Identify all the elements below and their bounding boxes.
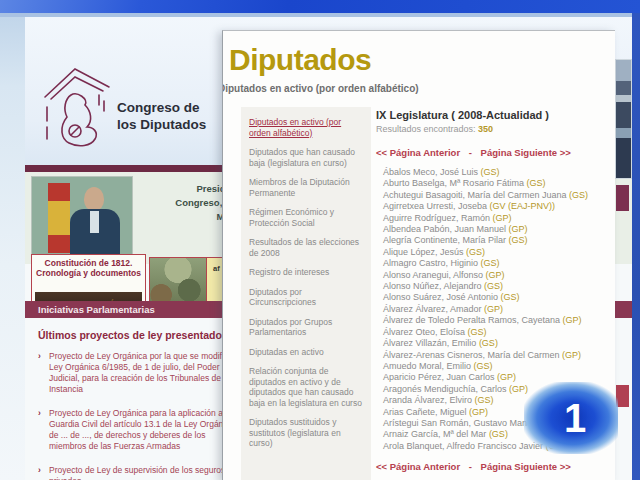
- president-portrait: [84, 187, 104, 211]
- deputy-party-tag: (GP): [562, 315, 581, 325]
- deputy-row[interactable]: Aranda Álvarez, Elviro (GS): [383, 395, 614, 406]
- deputy-row[interactable]: Amuedo Moral, Emilio (GS): [383, 361, 614, 372]
- sidebar-item[interactable]: Diputados sustituidos y sustitutos (legi…: [249, 417, 363, 449]
- results-count: 350: [478, 124, 493, 134]
- proyecto-item[interactable]: ›Proyecto de Ley de supervisión de los s…: [38, 465, 237, 480]
- results-column: IX Legislatura ( 2008-Actualidad ) Resul…: [376, 109, 614, 472]
- results-label: Resultados encontrados:: [376, 124, 476, 134]
- deputy-name: Aragonés Mendiguchía, Carlos: [383, 384, 509, 394]
- deputy-name: Alonso Suárez, José Antonio: [383, 292, 501, 302]
- deputy-party-tag: (GS): [479, 338, 498, 348]
- deputy-name: Aguirre Rodríguez, Ramón: [383, 213, 493, 223]
- deputy-row[interactable]: Álvarez de Toledo Peralta Ramos, Cayetan…: [383, 315, 614, 326]
- congress-brand-text: Congreso de los Diputados: [117, 99, 206, 133]
- deputy-row[interactable]: Aparicio Pérez, Juan Carlos (GP): [383, 372, 614, 383]
- sidebar-item[interactable]: Diputados por Circunscripciones: [249, 287, 363, 308]
- sidebar-item-active[interactable]: Diputados en activo (por orden alfabétic…: [249, 117, 363, 138]
- deputy-party-tag: (GP): [509, 384, 528, 394]
- proyecto-item[interactable]: ›Proyecto de Ley Orgánica para la aplica…: [38, 408, 237, 452]
- deputy-row[interactable]: Albendea Pabón, Juan Manuel (GP): [383, 224, 614, 235]
- deputy-row[interactable]: Álvarez Álvarez, Amador (GP): [383, 304, 614, 315]
- background-maroon-block-1: [616, 185, 629, 211]
- deputy-row[interactable]: Alonso Suárez, José Antonio (GS): [383, 292, 614, 303]
- deputy-name: Ábalos Meco, José Luis: [383, 167, 481, 177]
- deputy-name: Arnaiz García, Mª del Mar: [383, 429, 489, 439]
- deputy-party-tag: (GS): [466, 247, 485, 257]
- deputy-row[interactable]: Álvarez Oteo, Eloísa (GS): [383, 327, 614, 338]
- chevron-bullet-icon: ›: [38, 351, 41, 362]
- proyecto-item[interactable]: ›Proyecto de Ley Orgánica por la que se …: [38, 351, 237, 395]
- deputy-row[interactable]: Arístegui San Román, Gustavo Manuel de: [383, 418, 614, 429]
- deputy-name: Arola Blanquet, Alfredo Francisco Javier: [383, 441, 546, 451]
- deputy-name: Álvarez de Toledo Peralta Ramos, Cayetan…: [383, 315, 562, 325]
- pagination-top: << Página Anterior - Página Siguiente >>: [376, 147, 614, 158]
- president-photo[interactable]: [31, 176, 133, 260]
- deputy-row[interactable]: Arnaiz García, Mª del Mar (GS): [383, 429, 614, 440]
- deputy-row[interactable]: Aguirre Rodríguez, Ramón (GP): [383, 213, 614, 224]
- deputy-party-tag: (GS): [489, 429, 508, 439]
- congress-lion-logo-icon: [41, 61, 113, 157]
- deputy-name: Arias Cañete, Miguel: [383, 407, 469, 417]
- deputy-name: Aparicio Pérez, Juan Carlos: [383, 372, 497, 382]
- chevron-bullet-icon: ›: [38, 465, 41, 476]
- results-count-line: Resultados encontrados: 350: [376, 124, 614, 134]
- background-thumbnails-sliver: [615, 59, 632, 179]
- proyectos-heading: Últimos proyectos de ley presentados: [38, 329, 238, 341]
- deputy-party-tag: (GS): [569, 190, 588, 200]
- sidebar-item[interactable]: Miembros de la Diputación Permanente: [249, 177, 363, 198]
- deputy-row[interactable]: Alonso Núñez, Alejandro (GS): [383, 281, 614, 292]
- deputy-row[interactable]: Ábalos Meco, José Luis (GS): [383, 167, 614, 178]
- deputy-row[interactable]: Alique López, Jesús (GS): [383, 247, 614, 258]
- deputy-name: Álvarez Villazán, Emilio: [383, 338, 479, 348]
- deputy-party-tag: (GS): [546, 441, 565, 451]
- sidebar-item[interactable]: Registro de intereses: [249, 267, 363, 278]
- pagina-anterior-link[interactable]: << Página Anterior: [376, 147, 460, 158]
- chevron-bullet-icon: ›: [38, 408, 41, 419]
- pagina-siguiente-link[interactable]: Página Siguiente >>: [481, 461, 571, 472]
- deputy-row[interactable]: Álvarez-Arenas Cisneros, María del Carme…: [383, 350, 614, 361]
- deputy-party-tag: (GS): [468, 327, 487, 337]
- deputy-party-tag: (GP): [469, 407, 488, 417]
- deputy-name: Agirretxea Urresti, Joseba: [383, 201, 490, 211]
- deputy-party-tag: (GS): [474, 361, 493, 371]
- deputy-row[interactable]: Alegría Continente, María Pilar (GS): [383, 235, 614, 246]
- deputy-name: Álvarez Álvarez, Amador: [383, 304, 484, 314]
- sidebar-item[interactable]: Resultados de las elecciones de 2008: [249, 237, 363, 258]
- deputy-party-tag: (GS): [484, 281, 503, 291]
- window-titlebar: [0, 0, 640, 13]
- deputy-name: Achutegui Basagoiti, María del Carmen Ju…: [383, 190, 569, 200]
- deputy-row[interactable]: Alonso Aranegui, Alfonso (GP): [383, 270, 614, 281]
- diputados-sidebar: Diputados en activo (por orden alfabétic…: [241, 107, 371, 480]
- page-title: Diputados: [229, 43, 371, 77]
- deputy-row[interactable]: Agirretxea Urresti, Joseba (GV (EAJ-PNV)…: [383, 201, 614, 212]
- deputy-list: Ábalos Meco, José Luis (GS)Aburto Baselg…: [376, 167, 614, 452]
- deputy-name: Albendea Pabón, Juan Manuel: [383, 224, 509, 234]
- deputy-party-tag: (GS): [475, 395, 494, 405]
- deputy-row[interactable]: Aburto Baselga, Mª Rosario Fátima (GS): [383, 178, 614, 189]
- deputy-party-tag: (GP): [493, 213, 512, 223]
- deputy-row[interactable]: Almagro Castro, Higinio (GS): [383, 258, 614, 269]
- painting-thumbnail[interactable]: [149, 257, 207, 305]
- deputy-name: Álvarez-Arenas Cisneros, María del Carme…: [383, 350, 562, 360]
- deputy-party-tag: (GS): [509, 235, 528, 245]
- deputy-party-tag: (GP): [486, 270, 505, 280]
- sidebar-item[interactable]: Diputados por Grupos Parlamentarios: [249, 317, 363, 338]
- constitucion-title-2: Cronología y documentos: [32, 268, 145, 278]
- deputy-party-tag: (GP): [562, 350, 581, 360]
- diputados-panel: Diputados Diputados en activo (por orden…: [222, 30, 615, 480]
- pagination-bottom: << Página Anterior - Página Siguiente >>: [376, 461, 614, 472]
- deputy-name: Amuedo Moral, Emilio: [383, 361, 474, 371]
- deputy-row[interactable]: Aragonés Mendiguchía, Carlos (GP): [383, 384, 614, 395]
- deputy-row[interactable]: Achutegui Basagoiti, María del Carmen Ju…: [383, 190, 614, 201]
- deputy-party-tag: (GS): [481, 258, 500, 268]
- deputy-row[interactable]: Arias Cañete, Miguel (GP): [383, 407, 614, 418]
- sidebar-item[interactable]: Diputados que han causado baja (legislat…: [249, 147, 363, 168]
- sidebar-item[interactable]: Relación conjunta de diputados en activo…: [249, 366, 363, 408]
- deputy-row[interactable]: Arola Blanquet, Alfredo Francisco Javier…: [383, 441, 614, 452]
- sidebar-item[interactable]: Diputadas en activo: [249, 347, 363, 358]
- sidebar-item[interactable]: Régimen Económico y Protección Social: [249, 207, 363, 228]
- pagina-siguiente-link[interactable]: Página Siguiente >>: [481, 147, 571, 158]
- deputy-name: Álvarez Oteo, Eloísa: [383, 327, 468, 337]
- deputy-row[interactable]: Álvarez Villazán, Emilio (GS): [383, 338, 614, 349]
- pagina-anterior-link[interactable]: << Página Anterior: [376, 461, 460, 472]
